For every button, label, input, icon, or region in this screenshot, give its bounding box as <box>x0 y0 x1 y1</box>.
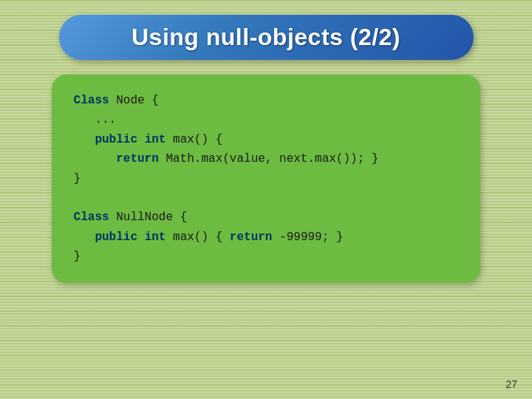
slide-title: Using null-objects (2/2) <box>132 24 400 50</box>
code-line-5: } <box>74 172 81 185</box>
code-box: Class Node { ... public int max() { retu… <box>52 75 481 283</box>
code-line-6 <box>74 191 81 205</box>
code-line-2: ... <box>74 113 117 126</box>
title-banner: Using null-objects (2/2) <box>59 15 474 60</box>
code-content: Class Node { ... public int max() { retu… <box>74 91 459 267</box>
code-line-9: } <box>74 250 81 263</box>
slide-container: Using null-objects (2/2) Class Node { ..… <box>0 0 532 399</box>
code-line-4: return Math.max(value, next.max()); } <box>74 152 379 166</box>
code-line-8: public int max() { return -99999; } <box>74 231 344 244</box>
code-line-3: public int max() { <box>74 133 223 146</box>
code-line-1: Class Node { <box>74 94 159 107</box>
code-line-7: Class NullNode { <box>74 211 188 224</box>
page-number: 27 <box>505 378 517 390</box>
